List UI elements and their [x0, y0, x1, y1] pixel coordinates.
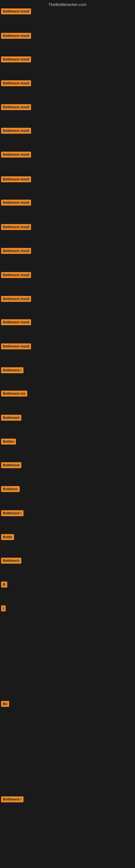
bottleneck-badge-11[interactable]: Bottleneck result — [1, 248, 31, 254]
bottleneck-badge-7[interactable]: Bottleneck result — [1, 152, 31, 158]
bottleneck-badge-32[interactable]: Bottleneck r — [1, 796, 24, 802]
bottleneck-badge-17[interactable]: Bottleneck res — [1, 391, 27, 397]
bottleneck-badge-4[interactable]: Bottleneck result — [1, 80, 31, 86]
bottleneck-badge-10[interactable]: Bottleneck result — [1, 224, 31, 230]
site-title: TheBottlenecker.com — [0, 0, 135, 8]
bottleneck-badge-23[interactable]: Bottle — [1, 534, 14, 540]
bottleneck-badge-24[interactable]: Bottleneck — [1, 558, 21, 564]
bottleneck-badge-12[interactable]: Bottleneck result — [1, 272, 31, 278]
bottleneck-badge-16[interactable]: Bottleneck r — [1, 367, 24, 373]
bottleneck-badge-26[interactable]: | — [1, 606, 6, 611]
bottleneck-badge-6[interactable]: Bottleneck result — [1, 128, 31, 134]
bottleneck-badge-19[interactable]: Bottlen — [1, 439, 16, 444]
bottleneck-badge-2[interactable]: Bottleneck result — [1, 33, 31, 39]
bottleneck-badge-29[interactable]: Bo — [1, 701, 9, 707]
bottleneck-badge-20[interactable]: Bottleneck — [1, 462, 21, 468]
bottleneck-badge-13[interactable]: Bottleneck result — [1, 296, 31, 302]
bottleneck-badge-5[interactable]: Bottleneck result — [1, 104, 31, 110]
bottleneck-badge-25[interactable]: B — [1, 582, 7, 588]
bottleneck-badge-1[interactable]: Bottleneck result — [1, 8, 31, 14]
bottleneck-badge-8[interactable]: Bottleneck result — [1, 176, 31, 182]
items-list: Bottleneck resultBottleneck resultBottle… — [0, 8, 135, 868]
bottleneck-badge-21[interactable]: Bottlenec — [1, 486, 20, 492]
bottleneck-badge-14[interactable]: Bottleneck result — [1, 319, 31, 325]
bottleneck-badge-15[interactable]: Bottleneck result — [1, 343, 31, 349]
bottleneck-badge-22[interactable]: Bottleneck r — [1, 510, 24, 516]
bottleneck-badge-18[interactable]: Bottleneck — [1, 415, 21, 421]
bottleneck-badge-9[interactable]: Bottleneck result — [1, 199, 31, 206]
bottleneck-badge-3[interactable]: Bottleneck result — [1, 56, 31, 62]
